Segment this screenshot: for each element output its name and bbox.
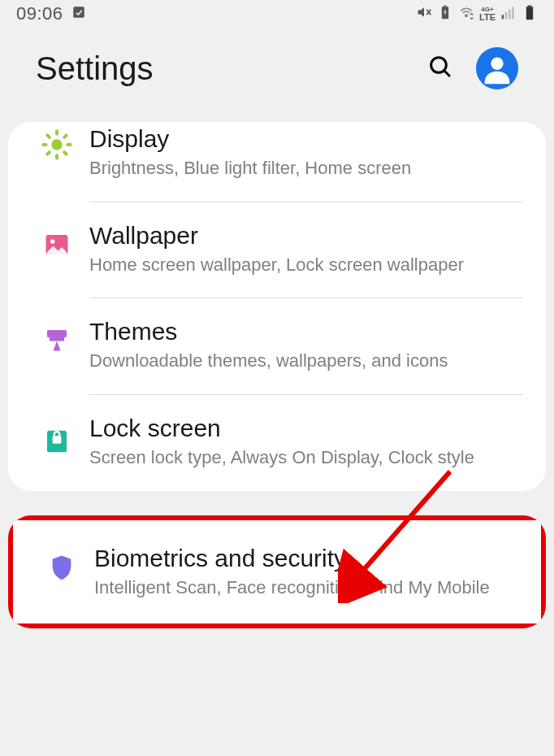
svg-rect-4 xyxy=(505,12,508,19)
item-title: Display xyxy=(89,125,523,153)
image-icon xyxy=(24,222,89,259)
settings-item-biometrics[interactable]: Biometrics and security Intelligent Scan… xyxy=(13,520,541,624)
item-subtitle: Screen lock type, Always On Display, Clo… xyxy=(89,445,523,470)
svg-rect-22 xyxy=(47,330,67,337)
svg-rect-6 xyxy=(512,7,514,19)
svg-point-21 xyxy=(50,239,54,243)
settings-group-2: Biometrics and security Intelligent Scan… xyxy=(8,515,546,629)
annotation-highlight-box: Biometrics and security Intelligent Scan… xyxy=(8,515,546,629)
item-subtitle: Intelligent Scan, Face recognition, Find… xyxy=(94,576,518,600)
item-title: Biometrics and security xyxy=(94,545,518,572)
svg-line-19 xyxy=(64,135,67,137)
svg-point-2 xyxy=(465,14,468,16)
shield-icon xyxy=(29,545,94,584)
item-subtitle: Downloadable themes, wallpapers, and ico… xyxy=(89,349,523,373)
item-subtitle: Brightness, Blue light filter, Home scre… xyxy=(89,156,523,180)
search-button[interactable] xyxy=(427,54,453,83)
item-title: Wallpaper xyxy=(89,222,523,250)
settings-item-lockscreen[interactable]: Lock screen Screen lock type, Always On … xyxy=(8,395,546,491)
svg-rect-0 xyxy=(73,7,84,18)
lte-indicator: 4G+ LTE xyxy=(479,7,496,22)
paint-icon xyxy=(24,318,89,358)
page-title: Settings xyxy=(36,50,154,87)
clock: 09:06 xyxy=(16,3,63,24)
svg-line-16 xyxy=(47,135,50,137)
settings-header: Settings xyxy=(0,31,554,122)
svg-rect-25 xyxy=(53,436,62,443)
account-avatar[interactable] xyxy=(476,47,518,89)
svg-point-10 xyxy=(491,58,503,70)
settings-group-1: Display Brightness, Blue light filter, H… xyxy=(8,122,546,491)
item-subtitle: Home screen wallpaper, Lock screen wallp… xyxy=(89,253,523,277)
item-title: Lock screen xyxy=(89,415,523,442)
status-right: 4G+ LTE xyxy=(416,4,538,24)
status-left: 09:06 xyxy=(16,3,86,24)
settings-item-themes[interactable]: Themes Downloadable themes, wallpapers, … xyxy=(8,298,546,394)
svg-rect-8 xyxy=(528,5,532,7)
svg-line-18 xyxy=(47,152,50,154)
checklist-icon xyxy=(71,5,86,24)
svg-rect-5 xyxy=(509,9,511,19)
settings-item-wallpaper[interactable]: Wallpaper Home screen wallpaper, Lock sc… xyxy=(8,202,546,298)
settings-item-display[interactable]: Display Brightness, Blue light filter, H… xyxy=(8,122,546,202)
svg-point-11 xyxy=(51,139,62,150)
item-title: Themes xyxy=(89,318,523,345)
svg-line-17 xyxy=(64,152,67,154)
battery-icon xyxy=(522,4,538,24)
svg-rect-7 xyxy=(526,7,533,20)
wifi-icon xyxy=(458,4,474,24)
svg-rect-3 xyxy=(502,15,504,19)
signal-icon xyxy=(500,4,517,24)
svg-rect-23 xyxy=(50,337,64,341)
brightness-icon xyxy=(24,127,89,161)
svg-point-9 xyxy=(431,58,447,73)
battery-saver-icon xyxy=(437,4,453,24)
lock-icon xyxy=(24,415,89,454)
status-bar: 09:06 4G+ LTE xyxy=(0,0,554,31)
mute-icon xyxy=(416,4,432,24)
